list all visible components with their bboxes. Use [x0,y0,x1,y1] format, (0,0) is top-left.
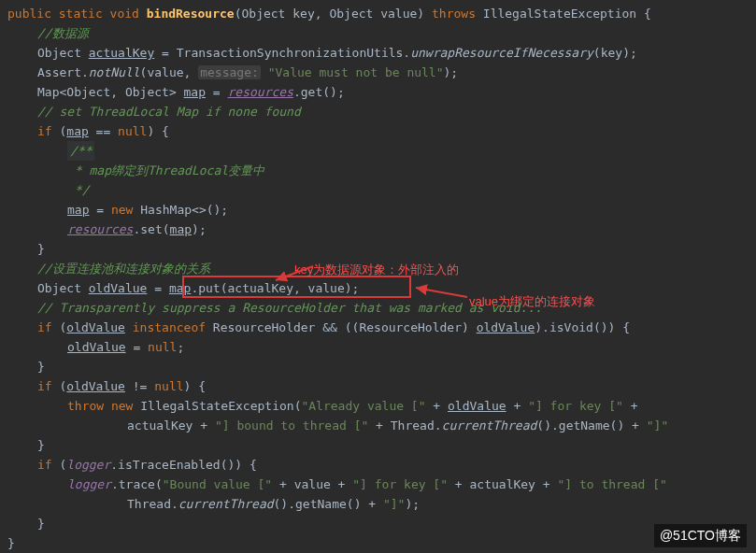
static-field: resources [67,222,133,236]
doc-comment-line: /** [7,141,756,161]
code-line: if (oldValue != null) { [7,376,756,396]
keyword-void: void [110,7,139,21]
local-var: map [66,124,88,138]
string-literal: "Value must not be null" [268,65,444,79]
string-literal: "Already value [" [301,399,425,413]
keyword-if: if [37,124,52,138]
keyword-if: if [37,320,52,334]
code-line: Map<Object, Object> map = resources.get(… [7,82,756,102]
code-line: public static void bindResource(Object k… [7,4,756,23]
keyword-if: if [37,379,52,393]
string-literal: "] bound to thread [" [215,418,368,432]
string-literal: "] for key [" [528,399,623,413]
code-line: logger.trace("Bound value [" + value + "… [7,475,756,494]
param-name: key [292,7,314,21]
code-line: oldValue = null; [7,337,756,357]
keyword-new: new [111,399,133,413]
param-hint: message: [198,65,261,79]
static-method: unwrapResourceIfNecessary [410,46,593,60]
code-line: if (logger.isTraceEnabled()) { [7,455,756,475]
keyword-instanceof: instanceof [133,320,206,334]
string-literal: "]" [383,497,405,511]
local-var: oldValue [477,320,535,334]
code-line: } [7,514,756,533]
annotation-text-key: key为数据源对象：外部注入的 [294,260,459,279]
code-line: Object actualKey = TransactionSynchroniz… [7,43,756,63]
static-method: notNull [89,65,140,79]
string-literal: "]" [647,418,668,432]
local-var: oldValue [89,281,148,295]
keyword-if: if [37,458,52,472]
code-line: Assert.notNull(value, message: "Value mu… [7,63,756,82]
param-name: value [380,7,417,21]
comment-line: // Transparently suppress a ResourceHold… [7,298,756,318]
static-field: resources [228,85,293,99]
exception-type: IllegalStateException [483,7,636,21]
static-method: currentThread [178,497,274,511]
string-literal: "Bound value [" [163,477,272,491]
local-var: map [169,281,191,295]
local-var: actualKey [89,46,154,60]
local-var: map [184,85,206,99]
keyword-throw: throw [67,399,104,413]
code-line: map = new HashMap<>(); [7,200,756,220]
field-ref: logger [66,458,110,472]
local-var: map [170,222,192,236]
string-literal: "] for key [" [352,477,448,491]
keyword-null: null [118,124,147,138]
comment-line: // set ThreadLocal Map if none found [7,102,756,121]
code-line: if (map == null) { [7,121,756,141]
local-var: oldValue [67,340,126,354]
keyword-null: null [148,340,177,354]
local-var: oldValue [66,379,125,393]
code-line: resources.set(map); [7,220,756,239]
keyword-new: new [111,203,133,217]
keyword-null: null [154,379,183,393]
param-type: Object [241,7,285,21]
local-var: map [67,203,89,217]
code-line: } [7,533,756,553]
doc-comment-line: */ [7,180,756,200]
keyword-throws: throws [432,7,476,21]
code-line: Thread.currentThread().getName() + "]"); [7,494,756,514]
method-name: bindResource [147,7,235,21]
local-var: oldValue [66,320,125,334]
code-line: if (oldValue instanceof ResourceHolder &… [7,318,756,337]
field-ref: logger [67,477,111,491]
code-line: throw new IllegalStateException("Already… [7,396,756,416]
code-line: } [7,239,756,259]
local-var: oldValue [448,399,506,413]
comment-line: //数据源 [7,23,756,43]
code-line: } [7,357,756,376]
keyword-static: static [59,7,103,21]
doc-comment-line: * map绑定到ThreadLocal变量中 [7,161,756,180]
watermark: @51CTO博客 [654,524,747,547]
code-line: Object oldValue = map.put(actualKey, val… [7,278,756,298]
keyword-public: public [7,7,51,21]
string-literal: "] to thread [" [557,477,666,491]
code-line: actualKey + "] bound to thread [" + Thre… [7,416,756,435]
param-type: Object [329,7,373,21]
code-line: } [7,435,756,455]
static-method: currentThread [442,418,537,432]
annotation-text-value: value为绑定的连接对象 [469,291,595,311]
